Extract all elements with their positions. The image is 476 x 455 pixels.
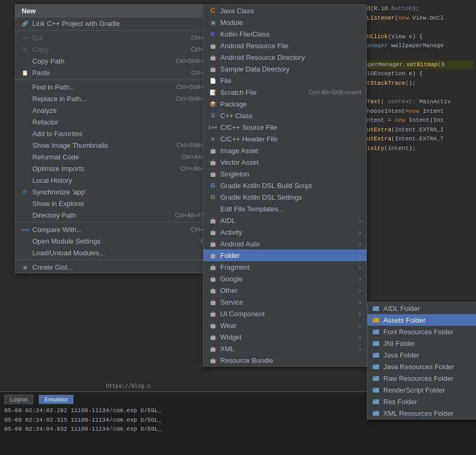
folder-item-renderscript[interactable]: RenderScript Folder (367, 384, 476, 396)
submenu-item-singleton[interactable]: 🤖 Singleton (203, 168, 366, 180)
android-icon-vector: 🤖 (209, 158, 217, 166)
submenu-item-folder[interactable]: 🤖 Folder › (203, 249, 366, 261)
new-submenu: C Java Class ▣ Module K Kotlin File/Clas… (203, 4, 367, 367)
link-icon: 🔗 (21, 19, 29, 28)
submenu-item-xml[interactable]: 🤖 XML › (203, 343, 366, 354)
blank-icon (21, 129, 29, 138)
android-icon-res-dir: 🤖 (209, 53, 217, 61)
menu-item-reformat-code[interactable]: Reformat Code Ctrl+Alt+L (15, 151, 213, 163)
submenu-item-java-class[interactable]: C Java Class (203, 5, 366, 16)
folder-item-res[interactable]: Res Folder (367, 396, 476, 407)
code-line: wyId(R.id.button); (356, 4, 474, 14)
folder-item-xml-resources[interactable]: XML Resources Folder (367, 407, 476, 419)
submenu-item-resource-bundle[interactable]: 🤖 Resource Bundle (203, 354, 366, 366)
android-icon-resource-bundle: 🤖 (209, 356, 217, 364)
android-icon-other: 🤖 (209, 286, 217, 295)
menu-item-link-cpp[interactable]: 🔗 Link C++ Project with Gradle (15, 17, 213, 29)
svg-rect-1 (373, 306, 375, 308)
android-icon-singleton: 🤖 (209, 169, 217, 178)
folder-icon-aidl (372, 304, 380, 313)
submenu-item-widget[interactable]: 🤖 Widget › (203, 331, 366, 343)
divider (15, 30, 213, 31)
menu-item-show-in-explorer[interactable]: Show in Explorer (15, 198, 213, 209)
submenu-item-other[interactable]: 🤖 Other › (203, 284, 366, 296)
folder-item-java-resources[interactable]: Java Resources Folder (367, 361, 476, 372)
code-line: akeText( context: MainActiv (356, 97, 474, 107)
gradle-settings-icon: G (209, 193, 217, 201)
submenu-item-wear[interactable]: 🤖 Wear › (203, 319, 366, 331)
android-icon-wear: 🤖 (209, 321, 217, 329)
menu-item-copy-path[interactable]: Copy Path Ctrl+Shift+C (15, 55, 213, 67)
svg-rect-15 (373, 388, 375, 389)
arrow-icon: › (359, 263, 361, 271)
svg-rect-19 (373, 411, 375, 413)
submenu-item-sample-data[interactable]: 🤖 Sample Data Directory (203, 63, 366, 75)
submenu-item-kotlin[interactable]: K Kotlin File/Class (203, 28, 366, 40)
menu-item-replace-in-path[interactable]: Replace in Path... Ctrl+Shift+R (15, 93, 213, 104)
copy-icon: ⎘ (21, 45, 29, 53)
submenu-item-vector-asset[interactable]: 🤖 Vector Asset (203, 156, 366, 168)
menu-item-directory-path[interactable]: Directory Path Ctrl+Alt+F12 (15, 209, 213, 221)
package-icon: 📦 (209, 100, 217, 108)
folder-item-java[interactable]: Java Folder (367, 349, 476, 361)
menu-item-compare-with[interactable]: ⟺ Compare With... Ctrl+D (15, 224, 213, 235)
submenu-item-cpp-header[interactable]: h C/C++ Header File (203, 133, 366, 145)
menu-item-find-in-path[interactable]: Find in Path... Ctrl+Shift+F (15, 81, 213, 93)
menu-item-create-gist[interactable]: ◉ Create Gist... (15, 261, 213, 273)
folder-item-jni[interactable]: JNI Folder (367, 337, 476, 349)
arrow-icon: › (359, 228, 361, 236)
submenu-item-edit-file-templates[interactable]: Edit File Templates... (203, 203, 366, 215)
menu-item-local-history[interactable]: Local History › (15, 174, 213, 186)
blank-icon (21, 141, 29, 149)
cut-icon: ✂ (21, 33, 29, 42)
submenu-item-package[interactable]: 📦 Package (203, 98, 366, 110)
submenu-item-fragment[interactable]: 🤖 Fragment › (203, 261, 366, 273)
folder-item-aidl[interactable]: AIDL Folder (367, 302, 476, 314)
submenu-item-file[interactable]: 📄 File (203, 75, 366, 86)
android-icon-res-file: 🤖 (209, 41, 217, 50)
folder-icon-assets (372, 316, 380, 324)
menu-item-add-favorites[interactable]: Add to Favorites › (15, 128, 213, 139)
submenu-item-service[interactable]: 🤖 Service › (203, 296, 366, 308)
arrow-icon: › (359, 345, 361, 353)
submenu-item-image-asset[interactable]: 🤖 Image Asset (203, 145, 366, 156)
submenu-item-android-auto[interactable]: 🤖 Android Auto › (203, 238, 366, 249)
kotlin-icon: K (209, 30, 217, 38)
svg-rect-7 (373, 341, 375, 343)
android-icon-auto: 🤖 (209, 239, 217, 248)
submenu-item-gradle-settings[interactable]: G Gradle Kotlin DSL Settings (203, 191, 366, 203)
submenu-item-aidl[interactable]: 🤖 AIDL › (203, 215, 366, 226)
folder-item-raw-resources[interactable]: Raw Resources Folder (367, 372, 476, 384)
tab-logcat[interactable]: Logcat (4, 395, 33, 404)
folder-item-font-resources[interactable]: Font Resources Folder (367, 326, 476, 337)
menu-item-load-unload-modules[interactable]: Load/Unload Modules... (15, 247, 213, 258)
watermark: https://blog.c (106, 383, 150, 389)
submenu-item-activity[interactable]: 🤖 Activity › (203, 226, 366, 238)
submenu-item-gradle-build[interactable]: G Gradle Kotlin DSL Build Script (203, 180, 366, 191)
folder-item-assets[interactable]: Assets Folder (367, 314, 476, 326)
menu-item-refactor[interactable]: Refactor › (15, 116, 213, 128)
submenu-item-android-resource-dir[interactable]: 🤖 Android Resource Directory (203, 51, 366, 63)
submenu-item-cpp-class[interactable]: S C++ Class (203, 110, 366, 121)
arrow-icon: › (359, 275, 361, 283)
divider (15, 260, 213, 260)
blank-icon (21, 83, 29, 91)
android-icon-service: 🤖 (209, 298, 217, 306)
menu-item-open-module-settings[interactable]: Open Module Settings F4 (15, 235, 213, 247)
tab-emulator[interactable]: Emulator (39, 395, 74, 404)
code-line (356, 88, 474, 97)
submenu-item-module[interactable]: ▣ Module (203, 16, 366, 28)
blank-icon (21, 118, 29, 126)
arrow-icon: › (359, 322, 361, 329)
submenu-item-android-resource-file[interactable]: 🤖 Android Resource File (203, 40, 366, 51)
menu-item-analyze[interactable]: Analyze › (15, 104, 213, 116)
submenu-item-cpp-source[interactable]: c++ C/C++ Source File (203, 121, 366, 133)
submenu-item-google[interactable]: 🤖 Google › (203, 273, 366, 284)
submenu-item-ui-component[interactable]: 🤖 UI Component › (203, 308, 366, 319)
menu-item-optimize-imports[interactable]: Optimize Imports Ctrl+Alt+O (15, 163, 213, 174)
menu-item-paste[interactable]: 📋 Paste Ctrl+V (15, 67, 213, 78)
svg-rect-3 (373, 318, 375, 319)
submenu-item-scratch-file[interactable]: 📝 Scratch File Ctrl+Alt+Shift+Insert (203, 86, 366, 98)
menu-item-synchronize[interactable]: ⟳ Synchronize 'app' (15, 186, 213, 198)
menu-item-show-image-thumbnails[interactable]: Show Image Thumbnails Ctrl+Shift+T (15, 139, 213, 151)
